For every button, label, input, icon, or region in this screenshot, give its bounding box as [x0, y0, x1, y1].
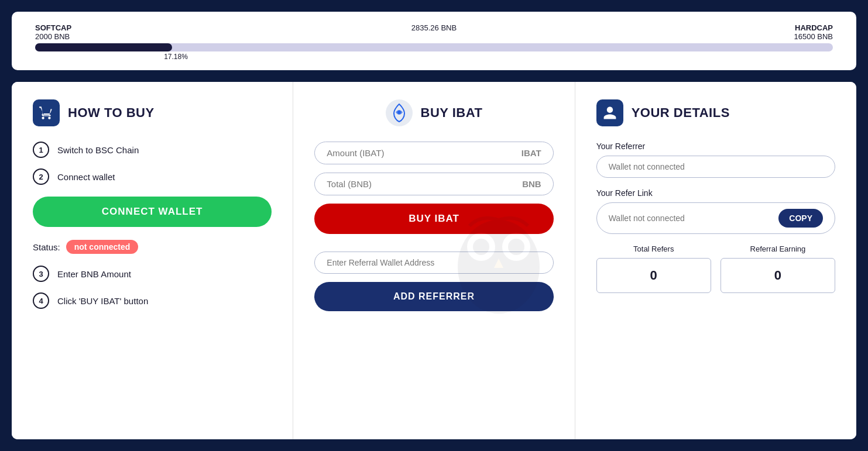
- step-1-label: Switch to BSC Chain: [57, 145, 139, 155]
- main-panels: HOW TO BUY 1 Switch to BSC Chain 2 Conne…: [12, 82, 856, 439]
- referrer-label: Your Referrer: [596, 142, 835, 151]
- how-to-buy-panel: HOW TO BUY 1 Switch to BSC Chain 2 Conne…: [12, 82, 293, 439]
- add-referrer-button[interactable]: ADD REFERRER: [314, 282, 553, 311]
- how-to-buy-title-row: HOW TO BUY: [33, 99, 272, 126]
- cart-icon: [39, 105, 54, 121]
- amount-input[interactable]: [327, 148, 516, 158]
- buy-ibat-title: BUY IBAT: [421, 105, 483, 121]
- your-details-title: YOUR DETAILS: [632, 105, 730, 121]
- step-3-num: 3: [33, 266, 49, 282]
- status-badge: not connected: [66, 240, 139, 254]
- referral-input-row[interactable]: [314, 252, 553, 274]
- softcap-value: 2000 BNB: [35, 32, 71, 41]
- step-3-label: Enter BNB Amount: [57, 269, 131, 279]
- step-1-num: 1: [33, 142, 49, 158]
- amount-suffix: IBAT: [522, 148, 541, 158]
- amount-input-row[interactable]: IBAT: [314, 142, 553, 164]
- cart-icon-bg: [33, 99, 60, 126]
- referral-input[interactable]: [327, 258, 541, 267]
- refer-link-label: Your Refer Link: [596, 188, 835, 198]
- refer-link-input-row[interactable]: COPY: [596, 202, 835, 234]
- buy-ibat-title-row: BUY IBAT: [314, 99, 553, 126]
- step-3: 3 Enter BNB Amount: [33, 266, 272, 282]
- connect-wallet-button[interactable]: CONNECT WALLET: [33, 197, 272, 227]
- step-1: 1 Switch to BSC Chain: [33, 142, 272, 158]
- progress-bar: [35, 43, 833, 51]
- buy-ibat-panel: BUY IBAT IBAT BNB BUY IBAT ADD REFERRER: [293, 82, 575, 439]
- your-details-title-row: YOUR DETAILS: [596, 99, 835, 126]
- total-refers-value: 0: [596, 258, 711, 293]
- hardcap-value: 16500 BNB: [794, 32, 833, 41]
- status-label: Status:: [33, 242, 60, 252]
- step-2: 2 Connect wallet: [33, 168, 272, 185]
- progress-percent: 17.18%: [35, 53, 833, 61]
- step-4-num: 4: [33, 292, 49, 309]
- total-suffix: BNB: [522, 179, 541, 189]
- step-2-label: Connect wallet: [57, 172, 115, 182]
- progress-center-block: 2835.26 BNB: [411, 23, 457, 32]
- total-input-row[interactable]: BNB: [314, 173, 553, 195]
- hardcap-label: HARDCAP: [794, 23, 833, 32]
- step-2-num: 2: [33, 168, 49, 185]
- your-details-panel: YOUR DETAILS Your Referrer Your Refer Li…: [575, 82, 856, 439]
- progress-bar-fill: [35, 43, 172, 51]
- step-4: 4 Click 'BUY IBAT' button: [33, 292, 272, 309]
- referral-earning-box: Referral Earning 0: [721, 245, 835, 293]
- current-bnb: 2835.26 BNB: [411, 23, 457, 32]
- referral-earning-label: Referral Earning: [721, 245, 835, 253]
- softcap-label: SOFTCAP: [35, 23, 71, 32]
- refers-row: Total Refers 0 Referral Earning 0: [596, 245, 835, 293]
- referrer-input-row[interactable]: [596, 156, 835, 178]
- svg-point-7: [397, 111, 401, 114]
- how-to-buy-title: HOW TO BUY: [68, 105, 155, 121]
- progress-section: SOFTCAP 2000 BNB 2835.26 BNB HARDCAP 165…: [12, 12, 856, 70]
- referrer-input[interactable]: [609, 162, 823, 171]
- hardcap-block: HARDCAP 16500 BNB: [794, 23, 833, 41]
- softcap-block: SOFTCAP 2000 BNB: [35, 23, 71, 41]
- refer-link-input[interactable]: [609, 214, 774, 223]
- total-refers-box: Total Refers 0: [596, 245, 711, 293]
- user-icon-bg: [596, 99, 623, 126]
- status-row: Status: not connected: [33, 240, 272, 254]
- total-refers-label: Total Refers: [596, 245, 711, 253]
- step-4-label: Click 'BUY IBAT' button: [57, 296, 148, 306]
- copy-button[interactable]: COPY: [778, 209, 823, 228]
- total-input[interactable]: [327, 179, 517, 189]
- user-icon: [602, 105, 617, 121]
- ibat-logo-icon: [386, 99, 413, 126]
- buy-ibat-button[interactable]: BUY IBAT: [314, 204, 553, 234]
- referral-earning-value: 0: [721, 258, 835, 293]
